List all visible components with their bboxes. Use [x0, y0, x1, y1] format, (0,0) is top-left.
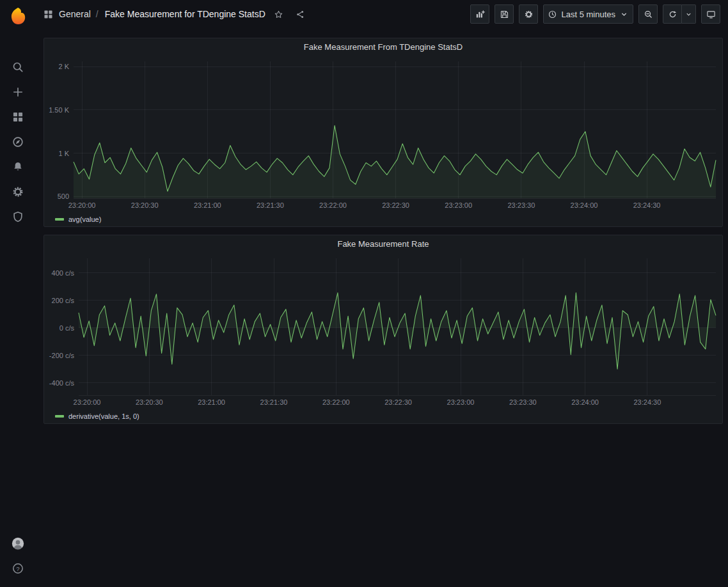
dashboard-settings-button[interactable]	[519, 4, 538, 24]
sidebar-nav	[0, 54, 35, 229]
refresh-interval-dropdown[interactable]	[682, 4, 696, 24]
x-tick-label: 23:21:30	[257, 201, 284, 209]
share-icon	[296, 10, 305, 19]
x-tick-label: 23:21:00	[198, 398, 225, 406]
x-tick-label: 23:23:30	[509, 398, 537, 406]
panel-header[interactable]: Fake Measurement From TDengine StatsD	[44, 38, 722, 55]
panel-header[interactable]: Fake Measurement Rate	[44, 235, 722, 252]
x-tick-label: 23:20:00	[74, 398, 101, 406]
dashboard-content: Fake Measurement From TDengine StatsD 23…	[35, 28, 728, 587]
x-tick-label: 23:20:30	[131, 201, 159, 209]
sidebar-item-alerting[interactable]	[0, 154, 35, 179]
x-tick-label: 23:20:00	[68, 201, 96, 209]
compass-icon	[12, 136, 24, 148]
help-button[interactable]: ?	[0, 556, 35, 581]
panel-title: Fake Measurement From TDengine StatsD	[304, 42, 463, 52]
star-icon	[274, 10, 283, 19]
series-area	[79, 293, 716, 369]
legend-swatch	[55, 415, 64, 418]
apps-grid-icon	[43, 9, 54, 20]
timeseries-chart: 23:20:0023:20:3023:21:0023:21:3023:22:00…	[44, 55, 722, 212]
sidebar-item-explore[interactable]	[0, 129, 35, 154]
x-tick-label: 23:21:30	[260, 398, 288, 406]
gear-icon	[524, 10, 534, 19]
x-tick-label: 23:22:00	[322, 398, 350, 406]
x-tick-label: 23:22:00	[319, 201, 347, 209]
x-tick-label: 23:24:30	[633, 201, 661, 209]
time-range-picker[interactable]: Last 5 minutes	[543, 4, 633, 24]
timeseries-chart: 23:20:0023:20:3023:21:0023:21:3023:22:00…	[44, 252, 722, 409]
x-tick-label: 23:24:00	[571, 201, 598, 209]
sidebar: ?	[0, 0, 35, 587]
refresh-icon	[668, 10, 677, 19]
breadcrumb: General / Fake Measurement for TDengine …	[43, 6, 309, 22]
main-area: General / Fake Measurement for TDengine …	[35, 0, 728, 587]
refresh-dashboard-button[interactable]	[663, 4, 682, 24]
toolbar-actions: Last 5 minutes	[470, 4, 720, 24]
chevron-down-icon	[619, 10, 629, 19]
x-tick-label: 23:22:30	[382, 201, 409, 209]
sidebar-item-dashboards[interactable]	[0, 104, 35, 129]
breadcrumb-section[interactable]: General	[59, 9, 91, 19]
y-tick-label: 2 K	[58, 63, 69, 70]
x-tick-label: 23:23:00	[445, 201, 472, 209]
y-tick-label: 500	[58, 192, 69, 200]
panel-body: 23:20:0023:20:3023:21:0023:21:3023:22:00…	[44, 252, 722, 423]
gear-icon	[12, 185, 24, 198]
add-panel-button[interactable]	[470, 4, 489, 24]
y-tick-label: -400 c/s	[49, 379, 75, 387]
y-tick-label: 1 K	[58, 150, 69, 157]
y-tick-label: 1.50 K	[49, 106, 69, 114]
chart-legend: avg(value)	[44, 212, 722, 226]
user-avatar-button[interactable]	[0, 531, 35, 556]
y-tick-label: 200 c/s	[52, 297, 75, 304]
breadcrumb-separator: /	[96, 9, 99, 19]
x-tick-label: 23:23:00	[447, 398, 475, 406]
sidebar-bottom: ?	[0, 531, 35, 587]
dashboards-grid-icon	[12, 111, 24, 123]
panel-fake-measurement-rate: Fake Measurement Rate 23:20:0023:20:3023…	[44, 235, 723, 424]
zoom-out-time-button[interactable]	[638, 4, 658, 24]
grafana-logo[interactable]	[5, 4, 31, 27]
breadcrumb-dashboard-title[interactable]: Fake Measurement for TDengine StatsD	[105, 9, 265, 19]
save-icon	[500, 10, 509, 19]
tv-monitor-icon	[706, 10, 716, 19]
sidebar-item-configuration[interactable]	[0, 179, 35, 204]
top-navbar: General / Fake Measurement for TDengine …	[35, 0, 728, 28]
cycle-view-mode-button[interactable]	[701, 4, 720, 24]
chart-legend: derivative(value, 1s, 0)	[44, 409, 722, 423]
legend-label[interactable]: avg(value)	[68, 215, 101, 223]
series-area	[74, 125, 716, 198]
chevron-down-icon	[684, 10, 693, 19]
panel-fake-measurement: Fake Measurement From TDengine StatsD 23…	[44, 38, 723, 227]
plus-icon	[12, 86, 24, 98]
y-tick-label: 400 c/s	[52, 269, 75, 277]
avatar-icon	[11, 536, 25, 551]
help-icon: ?	[12, 562, 24, 575]
shield-icon	[12, 210, 24, 223]
legend-swatch	[55, 218, 64, 221]
add-panel-icon	[475, 10, 485, 19]
y-tick-label: -200 c/s	[49, 352, 75, 359]
zoom-out-icon	[644, 10, 653, 19]
y-tick-label: 0 c/s	[59, 324, 75, 332]
refresh-button-group	[663, 4, 696, 24]
sidebar-item-create[interactable]	[0, 79, 35, 104]
star-dashboard-button[interactable]	[271, 6, 287, 22]
time-range-label: Last 5 minutes	[561, 10, 615, 19]
panel-body: 23:20:0023:20:3023:21:0023:21:3023:22:00…	[44, 55, 722, 226]
save-dashboard-button[interactable]	[495, 4, 514, 24]
bell-icon	[12, 160, 24, 173]
grafana-logo-icon	[8, 6, 28, 26]
x-tick-label: 23:22:30	[384, 398, 412, 406]
sidebar-item-search[interactable]	[0, 54, 35, 79]
share-dashboard-button[interactable]	[292, 6, 309, 22]
sidebar-item-server-admin[interactable]	[0, 204, 35, 229]
x-tick-label: 23:24:30	[633, 398, 661, 406]
legend-label[interactable]: derivative(value, 1s, 0)	[68, 412, 139, 420]
x-tick-label: 23:24:00	[571, 398, 599, 406]
x-tick-label: 23:21:00	[194, 201, 221, 209]
svg-text:?: ?	[16, 565, 19, 572]
search-icon	[12, 61, 24, 74]
x-tick-label: 23:23:30	[507, 201, 535, 209]
